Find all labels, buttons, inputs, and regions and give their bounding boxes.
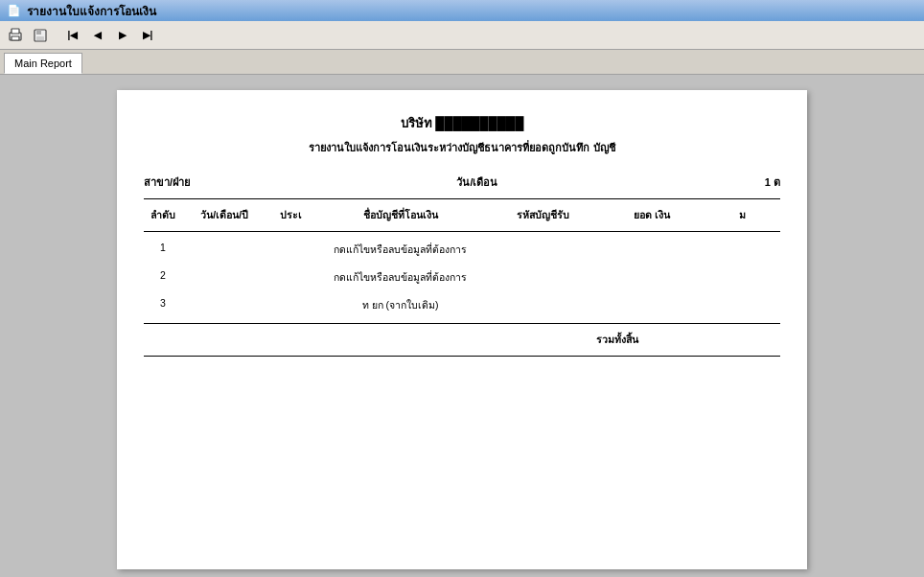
cell-no-2: 2 [144, 269, 182, 286]
cell-ref-3 [486, 297, 600, 313]
table-row: 2 กดแก้ไขหรือลบข้อมูลที่ต้องการ [144, 264, 780, 291]
col-header-amount: ยอด เงิน [600, 207, 705, 223]
svg-rect-4 [36, 30, 41, 35]
total-label: รวมทั้งสิ้น [560, 332, 675, 348]
cell-date-3 [182, 297, 267, 313]
report-paper: บริษัท ██████████ รายงานใบแจ้งการโอนเงิน… [117, 90, 807, 569]
total-value [675, 332, 780, 348]
cell-ref-1 [486, 242, 600, 258]
top-divider [144, 198, 780, 199]
window-title: รายงานใบแจ้งการโอนเงิน [27, 2, 156, 20]
table-row: 3 ท ยก (จากใบเดิม) [144, 291, 780, 319]
cell-extra-1 [705, 242, 780, 258]
total-divider-bottom [144, 356, 780, 357]
cell-detail-1: กดแก้ไขหรือลบข้อมูลที่ต้องการ [314, 242, 485, 258]
cell-date-1 [182, 242, 267, 258]
cell-no-1: 1 [144, 242, 182, 258]
col-header-no: ลำดับ [144, 207, 182, 223]
column-headers: ลำดับ วัน/เดือน/ปี ประเ ชื่อบัญชีที่โอนเ… [144, 203, 780, 227]
svg-rect-1 [12, 29, 19, 34]
col-header-type: ประเ [267, 207, 315, 223]
cell-type-3 [267, 297, 315, 313]
section-header: สาขา/ฝ่าย วัน/เดือน 1 ต [144, 173, 780, 191]
cell-amount-3 [600, 297, 705, 313]
col-header-detail: ชื่อบัญชีที่โอนเงิน [314, 207, 485, 223]
cell-ref-2 [486, 269, 600, 286]
cell-date-2 [182, 269, 267, 286]
report-title: บริษัท ██████████ [144, 113, 780, 133]
app-icon: 📄 [6, 3, 21, 18]
col-header-extra: ม [705, 207, 780, 223]
cell-no-3: 3 [144, 297, 182, 313]
next-button[interactable]: ▶ [111, 25, 134, 46]
section-label-left: สาขา/ฝ่าย [144, 173, 190, 191]
toolbar: |◀ ◀ ▶ ▶| [0, 21, 924, 50]
cell-extra-2 [705, 269, 780, 286]
section-label-right: 1 ต [765, 173, 780, 191]
col-header-date: วัน/เดือน/ปี [182, 207, 267, 223]
prev-button[interactable]: ◀ [86, 25, 109, 46]
total-divider-top [144, 323, 780, 324]
cell-type-1 [267, 242, 315, 258]
table-row: 1 กดแก้ไขหรือลบข้อมูลที่ต้องการ [144, 236, 780, 264]
print-button[interactable] [4, 25, 27, 46]
svg-rect-2 [12, 36, 19, 40]
col-header-ref: รหัสบัญชีรับ [486, 207, 600, 223]
cell-type-2 [267, 269, 315, 286]
cell-extra-3 [705, 297, 780, 313]
cell-detail-3: ท ยก (จากใบเดิม) [314, 297, 485, 313]
header-divider [144, 231, 780, 232]
section-label-middle: วัน/เดือน [456, 173, 497, 191]
cell-detail-2: กดแก้ไขหรือลบข้อมูลที่ต้องการ [314, 269, 485, 286]
content-area: บริษัท ██████████ รายงานใบแจ้งการโอนเงิน… [0, 75, 924, 577]
title-bar: 📄 รายงานใบแจ้งการโอนเงิน [0, 0, 924, 21]
svg-rect-5 [36, 36, 44, 40]
cell-amount-2 [600, 269, 705, 286]
cell-amount-1 [600, 242, 705, 258]
last-button[interactable]: ▶| [136, 25, 159, 46]
save-button[interactable] [29, 25, 52, 46]
tab-main-report[interactable]: Main Report [4, 53, 82, 74]
tab-bar: Main Report [0, 50, 924, 75]
report-subtitle: รายงานใบแจ้งการโอนเงินระหว่างบัญชีธนาคาร… [144, 139, 780, 156]
first-button[interactable]: |◀ [61, 25, 84, 46]
total-row: รวมทั้งสิ้น [144, 328, 780, 352]
